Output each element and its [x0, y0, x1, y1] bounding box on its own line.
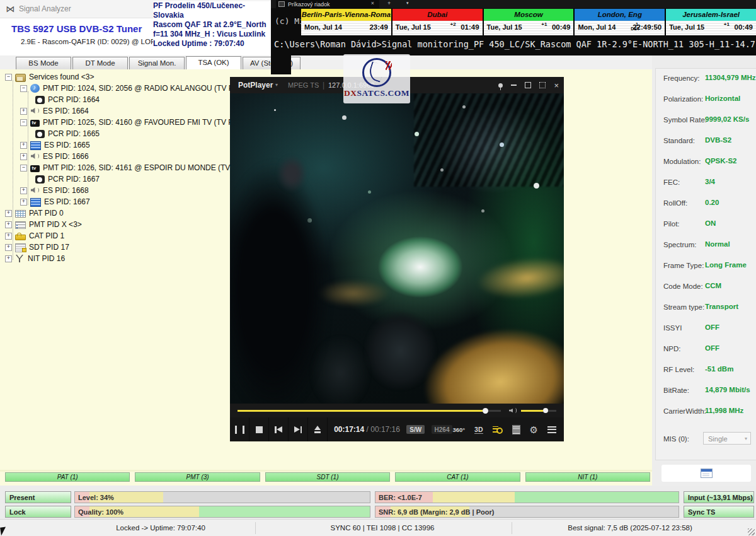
- tree-toggle[interactable]: +: [5, 244, 12, 251]
- tree-toggle[interactable]: +: [20, 199, 27, 206]
- tv-service-icon: [30, 165, 40, 172]
- tree-item-nit[interactable]: + NIT PID 16: [5, 253, 227, 264]
- spectrum-value: Normal: [705, 240, 730, 248]
- nit-bar: NIT (1): [525, 472, 650, 482]
- tree-item-pat[interactable]: + PAT PID 0: [5, 207, 227, 219]
- tree-toggle[interactable]: −: [5, 74, 12, 81]
- tab-close-icon[interactable]: ×: [371, 0, 374, 6]
- tree-toggle[interactable]: +: [5, 221, 12, 228]
- terminal-prompt-line[interactable]: C:\Users\Roman Dávid>Signal monitoring_P…: [274, 39, 756, 49]
- stage-lights: [274, 109, 276, 111]
- video-frame-concert[interactable]: [230, 93, 564, 404]
- time-total: 00:17:16: [370, 425, 400, 434]
- drummer-silhouette: [230, 161, 330, 404]
- terminal-corner: [271, 55, 291, 74]
- note-line: PF Prodelin 450/Lučenec-Slovakia: [153, 1, 273, 20]
- tree-item-es-1664[interactable]: + ES PID: 1664: [5, 105, 227, 117]
- pcr-clock-icon: [35, 175, 45, 184]
- tree-item-services-root[interactable]: − Services found <3>: [5, 71, 227, 83]
- tree-item-pcr-1664[interactable]: PCR PID: 1664: [5, 94, 227, 105]
- previous-icon: [275, 426, 282, 433]
- tab-signal-mon[interactable]: Signal Mon.: [129, 57, 185, 70]
- volume-icon[interactable]: [509, 407, 517, 414]
- chevron-down-icon[interactable]: ▾: [275, 82, 278, 88]
- dxsatcs-logo: DXSATCS.COM: [343, 54, 410, 103]
- ber-bar: BER: <1.0E-7: [375, 491, 679, 503]
- tree-item-es-1665[interactable]: + ES PID: 1665: [5, 139, 227, 151]
- fullscreen-icon[interactable]: [539, 82, 546, 88]
- tree-toggle[interactable]: +: [20, 153, 27, 160]
- volume-handle[interactable]: [543, 408, 548, 413]
- rolloff-value: 0.20: [705, 199, 719, 206]
- view-3d-button[interactable]: 3D: [474, 426, 483, 434]
- terminal-window: Príkazový riadok × + ▾ (c) Mi C:\Users\R…: [271, 0, 756, 55]
- tree-item-pcr-1667[interactable]: PCR PID: 1667: [5, 173, 227, 185]
- tree-item-pmt-x[interactable]: + PMT PID X <3>: [5, 219, 227, 230]
- note-line: Rascom QAF 1R at 2.9°E_North: [153, 20, 273, 30]
- view-360-button[interactable]: 360°: [452, 426, 465, 433]
- sync-ts-indicator: Sync TS: [684, 506, 754, 518]
- window-button[interactable]: [662, 465, 751, 482]
- stop-button[interactable]: [249, 417, 269, 441]
- resize-grip[interactable]: [748, 528, 755, 535]
- mode-tabbar: BS Mode DT Mode Signal Mon. TSA (OK) AV …: [0, 55, 652, 69]
- clock-dubai: Dubai Tue, Jul 15 +2 01:49: [392, 9, 483, 35]
- gear-icon[interactable]: ⚙: [530, 425, 538, 434]
- pause-button[interactable]: [230, 417, 249, 441]
- tree-toggle[interactable]: +: [5, 233, 12, 240]
- seek-bar[interactable]: [238, 410, 501, 412]
- note-line: f=11 304 MHz_H : Vicus Luxlink: [153, 30, 273, 39]
- tree-item-pcr-1665[interactable]: PCR PID: 1665: [5, 128, 227, 139]
- tree-toggle[interactable]: +: [20, 187, 27, 194]
- services-icon: [15, 74, 26, 82]
- clock-london: London, Eng Mon, Jul 14 -1 DST 22:49:50: [575, 9, 665, 35]
- tab-dt-mode[interactable]: DT Mode: [72, 57, 128, 70]
- carrier-width-value: 11,998 MHz: [705, 407, 743, 414]
- tree-item-pmt-1025[interactable]: − PMT PID: 1025, SID: 4160 @ FAVOURED FM…: [5, 117, 227, 128]
- playlist-search-icon[interactable]: [493, 426, 503, 434]
- tree-item-es-1666[interactable]: + ES PID: 1666: [5, 151, 227, 162]
- playlist-icon[interactable]: [512, 425, 520, 434]
- tree-toggle[interactable]: +: [5, 210, 12, 217]
- tree-item-sdt[interactable]: + SDT PID 17: [5, 242, 227, 253]
- sdt-document-icon: [15, 243, 26, 252]
- clock-jerusalem: Jerusalem-Israel Tue, Jul 15 +1 00:49: [666, 9, 756, 35]
- tv-service-icon: [30, 120, 40, 127]
- tree-item-es-1668[interactable]: + ES PID: 1668: [5, 185, 227, 196]
- code-mode-value: CCM: [705, 282, 721, 289]
- seek-handle[interactable]: [483, 408, 488, 414]
- terminal-tabbar: Príkazový riadok × + ▾: [271, 0, 756, 8]
- rf-level-value: -51 dBm: [705, 365, 733, 373]
- volume-slider[interactable]: [521, 410, 556, 412]
- restore-icon[interactable]: [525, 82, 531, 88]
- tab-bs-mode[interactable]: BS Mode: [16, 57, 71, 70]
- player-app-name[interactable]: PotPlayer: [238, 81, 273, 90]
- pin-icon[interactable]: [498, 83, 503, 88]
- tree-toggle[interactable]: +: [5, 255, 12, 262]
- tree-toggle[interactable]: +: [20, 142, 27, 149]
- eject-button[interactable]: [308, 417, 328, 441]
- nit-antenna-icon: [15, 254, 25, 263]
- tree-toggle[interactable]: −: [20, 119, 27, 126]
- tree-toggle[interactable]: −: [20, 85, 27, 92]
- next-button[interactable]: [289, 417, 308, 441]
- tab-tsa[interactable]: TSA (OK): [186, 56, 241, 71]
- tree-toggle[interactable]: +: [20, 108, 27, 115]
- psi-bars: PAT (1) PMT (3) SDT (1) CAT (1) NIT (1): [5, 472, 650, 482]
- cat-bar: CAT (1): [395, 472, 520, 482]
- tree-item-pmt-1026[interactable]: − PMT PID: 1026, SID: 4161 @ ESPOIR DU M…: [5, 162, 227, 173]
- next-icon: [294, 426, 302, 433]
- tab-dropdown-icon[interactable]: ▾: [406, 1, 409, 6]
- hamburger-menu-icon[interactable]: [547, 426, 556, 433]
- tree-item-pmt-1024[interactable]: − PMT PID: 1024, SID: 2056 @ RADIO KALAN…: [5, 83, 227, 94]
- tree-item-cat[interactable]: + CAT PID 1: [5, 230, 227, 242]
- terminal-tab[interactable]: Príkazový riadok ×: [276, 0, 379, 8]
- new-tab-icon[interactable]: +: [387, 0, 391, 6]
- close-icon[interactable]: ×: [554, 81, 559, 90]
- previous-button[interactable]: [269, 417, 289, 441]
- minimize-icon[interactable]: [511, 84, 517, 86]
- tree-item-es-1667[interactable]: + ES PID: 1667: [5, 196, 227, 207]
- tree-toggle[interactable]: −: [20, 165, 27, 172]
- time-display: 00:17:14 / 00:17:16 S/W H264: [334, 425, 452, 434]
- mis-dropdown[interactable]: Single▾: [703, 432, 751, 445]
